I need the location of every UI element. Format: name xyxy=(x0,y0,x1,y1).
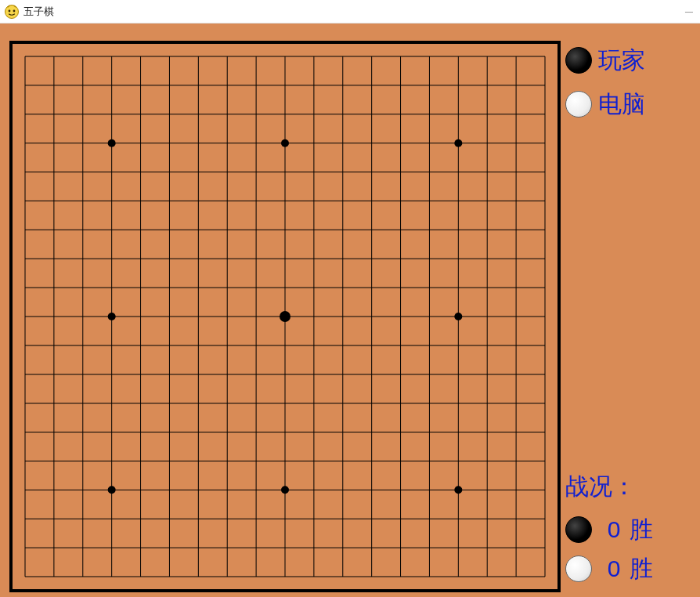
window-title: 五子棋 xyxy=(23,5,54,19)
svg-point-49 xyxy=(281,486,289,494)
game-client-area: 玩家 电脑 战况： 0 胜 0 胜 xyxy=(0,24,700,597)
score-white-value: 0 xyxy=(598,555,630,582)
svg-point-43 xyxy=(281,139,289,147)
svg-point-46 xyxy=(280,311,290,322)
svg-point-44 xyxy=(454,139,462,147)
score-row-black: 0 胜 xyxy=(565,511,698,548)
window-controls: ─ xyxy=(681,0,697,24)
score-row-white: 0 胜 xyxy=(565,550,698,588)
app-icon xyxy=(5,5,19,19)
svg-point-45 xyxy=(108,313,116,320)
sidebar: 玩家 电脑 战况： 0 胜 0 胜 xyxy=(565,41,698,592)
svg-point-50 xyxy=(454,486,462,494)
status-title: 战况： xyxy=(565,471,698,503)
legend-player-label: 玩家 xyxy=(598,45,645,77)
svg-point-48 xyxy=(108,486,116,494)
score-black-value: 0 xyxy=(598,516,630,543)
svg-point-0 xyxy=(5,5,19,18)
svg-point-1 xyxy=(9,9,11,12)
window-titlebar: 五子棋 ─ xyxy=(0,0,700,24)
black-stone-icon xyxy=(565,47,592,74)
legend-player: 玩家 xyxy=(565,41,698,80)
score-black-winlabel: 胜 xyxy=(630,514,653,546)
minimize-button[interactable]: ─ xyxy=(681,0,697,24)
legend-computer: 电脑 xyxy=(565,85,698,124)
white-stone-icon xyxy=(565,555,592,582)
board-grid[interactable] xyxy=(9,41,561,592)
game-board[interactable] xyxy=(9,41,561,592)
black-stone-icon xyxy=(565,516,592,543)
white-stone-icon xyxy=(565,91,592,118)
score-white-winlabel: 胜 xyxy=(630,553,653,585)
svg-point-42 xyxy=(108,139,116,147)
legend-computer-label: 电脑 xyxy=(598,89,645,121)
svg-point-2 xyxy=(13,9,16,12)
status-block: 战况： 0 胜 0 胜 xyxy=(565,471,698,589)
svg-point-47 xyxy=(454,313,462,320)
